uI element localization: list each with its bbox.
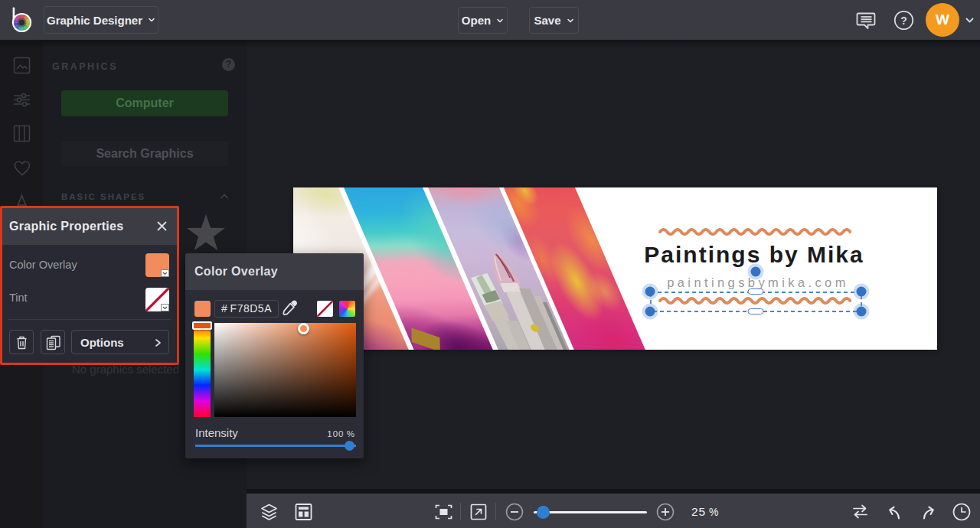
svg-text:?: ? <box>900 15 907 27</box>
